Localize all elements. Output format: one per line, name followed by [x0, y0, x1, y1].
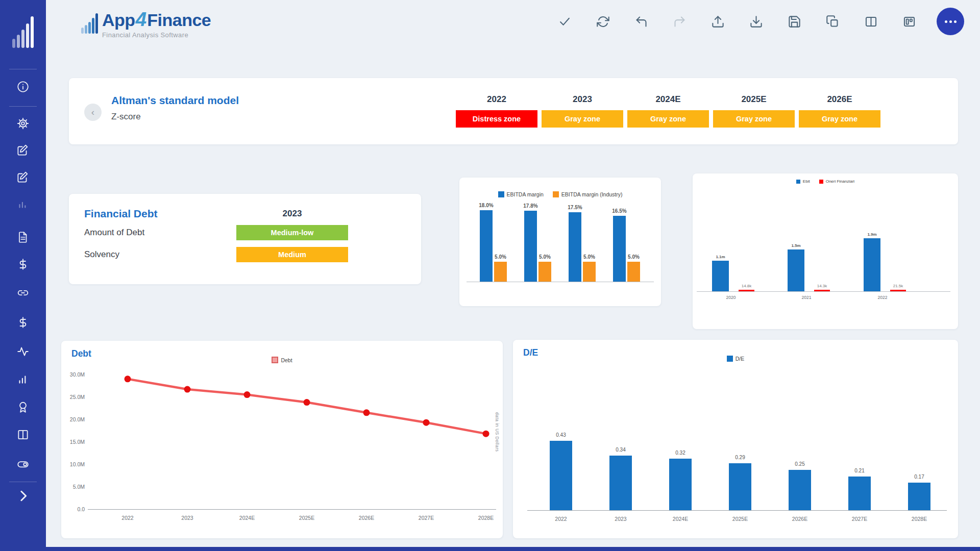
zone-badge: Gray zone: [542, 110, 623, 128]
check-icon[interactable]: [558, 15, 572, 29]
bar: [712, 261, 729, 291]
bar-label: 1.5m: [780, 243, 813, 248]
bar: [613, 216, 626, 282]
bar-label: 0.32: [664, 450, 697, 456]
sidebar: [0, 0, 46, 551]
row-label: Solvency: [84, 247, 119, 262]
bar: [583, 262, 596, 282]
refresh-icon[interactable]: [596, 15, 610, 29]
bar: [789, 470, 811, 510]
bar: [524, 211, 537, 282]
bottom-bar: [46, 547, 980, 551]
app-logo-icon: [81, 12, 100, 38]
debt-line: [61, 341, 503, 538]
bar-label: 5.0%: [618, 254, 650, 260]
zone-badge: Gray zone: [627, 110, 709, 128]
bar-label: 0.29: [724, 455, 756, 460]
x-axis: [467, 282, 654, 282]
zone-badge: Gray zone: [799, 110, 880, 128]
bar-label: 16.5%: [603, 208, 636, 214]
bar-label: 14.3k: [806, 284, 839, 288]
year-label: 2026E: [799, 94, 880, 105]
row-label: Amount of Debt: [84, 225, 144, 240]
ebit-plot: 1.1m14.8k20201.5m14.3k20211.9m21.5k2022: [693, 173, 958, 329]
de-chart-card: D/E D/E 0.4320220.3420230.322024E0.29202…: [513, 340, 958, 538]
bar-label: 0.25: [783, 461, 816, 467]
year-label: 2023: [542, 94, 623, 105]
bar: [627, 262, 640, 282]
financial-debt-card: Financial Debt 2023 Amount of DebtMedium…: [69, 194, 421, 284]
financial-debt-title: Financial Debt: [84, 208, 158, 220]
year-label: 2024E: [627, 94, 709, 105]
info-icon[interactable]: [0, 80, 46, 93]
bar: [538, 262, 551, 282]
activity-icon[interactable]: [0, 344, 46, 358]
altman-model-card: ‹ Altman's standard model Z-score 2022Di…: [69, 78, 958, 144]
logo-part-finance: Finance: [147, 10, 211, 30]
year-label: 2022: [456, 94, 537, 105]
award-icon[interactable]: [0, 400, 46, 414]
x-tick-label: 2025E: [720, 516, 761, 522]
x-tick-label: 2021: [786, 295, 827, 300]
bar-label: 17.5%: [559, 205, 592, 210]
bar: [864, 238, 880, 291]
bar: [550, 441, 572, 510]
copy-icon[interactable]: [826, 15, 840, 29]
bar: [480, 210, 493, 282]
bar-label: 1.1m: [704, 255, 737, 259]
split-view-icon[interactable]: [864, 15, 878, 29]
x-tick-label: 2028E: [899, 516, 940, 522]
download-icon[interactable]: [749, 15, 763, 29]
x-tick-label: 2020: [710, 295, 751, 300]
bar: [729, 463, 751, 510]
x-axis: [697, 291, 950, 292]
columns-icon[interactable]: [0, 428, 46, 441]
zone-column: 2024EGray zone: [627, 94, 709, 128]
undo-icon[interactable]: [634, 15, 648, 29]
collapse-chevron-button[interactable]: ‹: [84, 104, 102, 121]
board-icon[interactable]: [902, 15, 916, 29]
chevron-right-icon[interactable]: [0, 488, 46, 504]
bar-label: 0.43: [545, 432, 577, 438]
gear-icon[interactable]: [0, 117, 46, 130]
debt-chart-card: Debt Debt 30.0M25.0M20.0M15.0M10.0M5.0M0…: [61, 341, 503, 538]
link-icon[interactable]: [0, 286, 46, 299]
toggle-icon[interactable]: [0, 458, 46, 471]
save-icon[interactable]: [788, 15, 801, 29]
bar: [569, 212, 581, 282]
bar-label: 0.34: [604, 447, 637, 453]
bar-chart-mini-icon[interactable]: [0, 197, 46, 210]
toolbar: [558, 8, 964, 35]
de-plot: 0.4320220.3420230.322024E0.292025E0.2520…: [513, 340, 958, 538]
debt-units-label: data in US Dollars: [495, 412, 500, 452]
app-logo-text: App4Finance Financial Analysis Software: [102, 8, 211, 39]
bar: [848, 477, 871, 510]
edit-icon[interactable]: [0, 143, 46, 157]
x-tick-label: 2022: [541, 516, 581, 522]
zone-badge: Gray zone: [713, 110, 795, 128]
bar-label: 5.0%: [484, 254, 517, 260]
bar: [494, 262, 507, 282]
bar-label: 5.0%: [529, 254, 561, 260]
app-logo-bars-icon: [0, 13, 46, 49]
x-axis: [527, 510, 947, 511]
x-tick-label: 2026E: [779, 516, 820, 522]
edit-icon-2[interactable]: [0, 170, 46, 184]
bar-label: 0.17: [903, 474, 936, 480]
bar: [788, 249, 804, 291]
dollar-icon[interactable]: [0, 258, 46, 271]
upload-icon[interactable]: [711, 15, 725, 29]
divider: [9, 106, 37, 107]
document-icon[interactable]: [0, 231, 46, 244]
ebitda-margin-chart-card: EBITDA marginEBITDA margin (Industry) 18…: [459, 178, 661, 306]
redo-icon[interactable]: [673, 15, 687, 29]
dollar-icon-2[interactable]: [0, 316, 46, 329]
more-button[interactable]: [937, 8, 964, 35]
divider: [9, 482, 37, 482]
logo-part-app: App: [102, 10, 135, 30]
bar-chart-icon[interactable]: [0, 372, 46, 386]
bar-label: 0.21: [843, 468, 876, 473]
altman-title: Altman's standard model: [111, 94, 239, 107]
rating-badge: Medium-low: [236, 225, 348, 240]
bar: [609, 456, 632, 510]
